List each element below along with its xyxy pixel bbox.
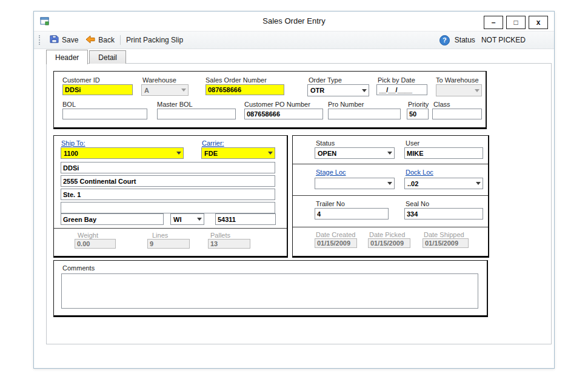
chevron-down-icon	[195, 214, 204, 224]
chevron-down-icon	[385, 148, 394, 158]
weight-input	[75, 239, 116, 249]
sales-order-number-input[interactable]	[205, 84, 284, 95]
ship-to-group: Ship To: 1100 Carrier: FDE WI	[53, 135, 288, 258]
back-label: Back	[98, 36, 115, 44]
address-line2-input[interactable]	[61, 175, 275, 187]
to-warehouse-combo[interactable]	[436, 84, 482, 96]
user-input[interactable]	[404, 147, 483, 159]
toolbar-separator	[120, 35, 121, 45]
comments-textarea[interactable]	[61, 273, 478, 309]
tab-header[interactable]: Header	[46, 50, 88, 64]
status-label: Status	[455, 36, 475, 44]
carrier-link[interactable]: Carrier:	[202, 139, 224, 147]
chevron-down-icon	[266, 148, 275, 158]
minimize-button[interactable]: –	[484, 16, 503, 29]
date-picked-label: Date Picked	[369, 231, 405, 238]
status-value: NOT PICKED	[481, 36, 526, 44]
dock-loc-combo[interactable]: ..02	[404, 178, 483, 189]
address-line1-input[interactable]	[61, 162, 275, 173]
toolbar-status-area: ? Status NOT PICKED	[439, 35, 554, 45]
sales-order-number-label: Sales Order Number	[205, 76, 267, 84]
ship-to-link[interactable]: Ship To:	[61, 139, 85, 147]
status-group: Status OPEN User Stage Loc Dock Loc ..02	[292, 135, 489, 258]
class-input[interactable]	[432, 109, 482, 119]
divider	[54, 228, 287, 229]
ship-to-combo[interactable]: 1100	[61, 147, 184, 159]
window-controls: – □ x	[484, 16, 548, 29]
back-button[interactable]: Back	[82, 34, 118, 47]
pro-number-label: Pro Number	[328, 101, 364, 108]
chevron-down-icon	[472, 85, 481, 96]
order-type-combo[interactable]: OTR	[307, 84, 369, 96]
print-packing-slip-label: Print Packing Slip	[126, 36, 183, 44]
lines-input	[147, 239, 190, 249]
date-created-label: Date Created	[316, 231, 355, 238]
pallets-input	[208, 239, 250, 249]
comments-group: Comments	[53, 260, 488, 317]
warehouse-label: Warehouse	[142, 76, 176, 84]
sales-order-entry-window: Sales Order Entry – □ x Save	[33, 11, 555, 369]
city-input[interactable]	[61, 213, 164, 225]
seal-no-label: Seal No	[406, 200, 429, 207]
title-bar: Sales Order Entry – □ x	[34, 12, 554, 31]
dock-loc-value: ..02	[407, 180, 418, 187]
status-combo[interactable]: OPEN	[315, 147, 395, 159]
back-arrow-icon	[85, 35, 95, 45]
chevron-down-icon	[359, 85, 369, 96]
state-value: WI	[173, 216, 181, 223]
help-icon[interactable]: ?	[439, 35, 450, 45]
date-picked-input	[368, 238, 410, 248]
save-label: Save	[62, 36, 78, 44]
tab-detail[interactable]: Detail	[89, 50, 126, 64]
priority-input[interactable]	[407, 109, 429, 119]
desktop: Sales Order Entry – □ x Save	[0, 0, 588, 382]
zip-input[interactable]	[215, 213, 276, 225]
divider	[293, 195, 488, 196]
warehouse-value: A	[144, 87, 149, 94]
seal-no-input[interactable]	[404, 208, 483, 219]
pick-by-date-input[interactable]	[376, 84, 427, 95]
window-title: Sales Order Entry	[34, 16, 554, 25]
trailer-no-label: Trailer No	[316, 200, 345, 207]
address-line3-input[interactable]	[61, 189, 275, 200]
order-header-group: Customer ID Warehouse A Sales Order Numb…	[53, 71, 487, 129]
status-combo-value: OPEN	[318, 150, 336, 157]
stage-loc-link[interactable]: Stage Loc	[316, 169, 346, 176]
master-bol-input[interactable]	[157, 109, 236, 119]
bol-input[interactable]	[62, 109, 147, 119]
bol-label: BOL	[62, 101, 76, 108]
ship-to-value: 1100	[64, 150, 78, 157]
carrier-combo[interactable]: FDE	[201, 147, 275, 159]
trailer-no-input[interactable]	[315, 208, 389, 219]
date-shipped-input	[423, 238, 469, 248]
pro-number-input[interactable]	[328, 109, 401, 119]
chevron-down-icon	[385, 178, 394, 189]
carrier-value: FDE	[204, 150, 218, 157]
date-created-input	[315, 238, 357, 248]
maximize-button[interactable]: □	[506, 16, 526, 29]
dock-loc-link[interactable]: Dock Loc	[406, 169, 433, 176]
divider	[293, 227, 488, 227]
address-line4-input[interactable]	[61, 202, 275, 213]
close-button[interactable]: x	[529, 16, 548, 29]
pallets-label: Pallets	[210, 232, 230, 239]
toolbar: Save Back Print Packing Slip ? Status NO…	[34, 31, 554, 49]
customer-id-input[interactable]	[62, 84, 133, 95]
stage-loc-combo[interactable]	[315, 178, 395, 189]
chevron-down-icon	[473, 178, 483, 189]
chevron-down-icon	[174, 148, 183, 158]
user-label: User	[406, 139, 419, 147]
status-field-label: Status	[316, 139, 335, 147]
chevron-down-icon	[179, 85, 188, 95]
save-icon	[50, 35, 59, 45]
customer-po-number-input[interactable]	[244, 109, 323, 119]
priority-label: Priority	[408, 101, 429, 108]
print-packing-slip-button[interactable]: Print Packing Slip	[122, 35, 187, 45]
save-button[interactable]: Save	[46, 33, 82, 47]
warehouse-combo[interactable]: A	[141, 84, 189, 96]
customer-po-number-label: Customer PO Number	[244, 101, 310, 108]
class-label: Class	[433, 101, 450, 108]
state-combo[interactable]: WI	[170, 213, 204, 225]
divider	[293, 164, 488, 164]
master-bol-label: Master BOL	[157, 101, 193, 108]
